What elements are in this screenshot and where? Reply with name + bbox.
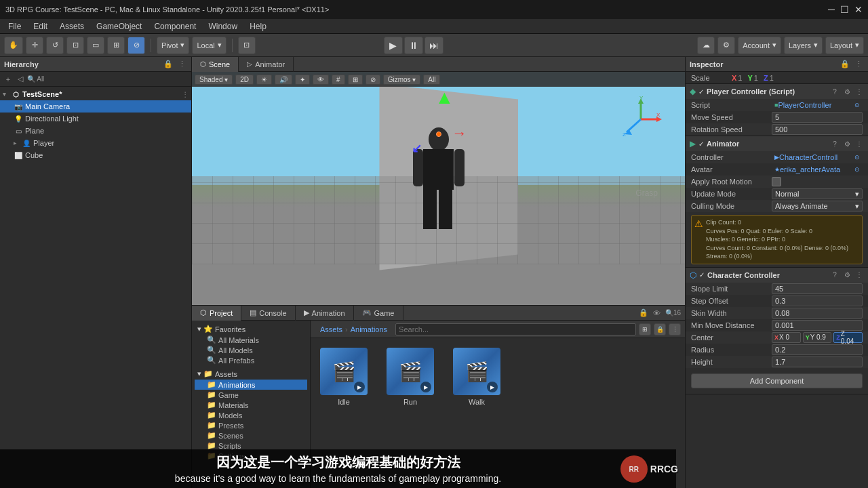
- 2d-button[interactable]: 2D: [235, 75, 254, 85]
- transform-tool[interactable]: ⊞: [107, 37, 125, 54]
- hierarchy-lock[interactable]: 🔒: [163, 59, 174, 70]
- hand-tool[interactable]: ✋: [4, 37, 23, 54]
- step-button[interactable]: ⏭: [425, 37, 443, 54]
- center-z-field[interactable]: Z Z 0.04: [833, 332, 863, 343]
- char-ctrl-enabled[interactable]: ✓: [699, 271, 705, 279]
- presets-folder[interactable]: 📁 Presets: [195, 420, 307, 430]
- char-ctrl-settings-icon[interactable]: ⚙: [842, 270, 852, 280]
- search-filter-btn[interactable]: ⊞: [639, 323, 651, 336]
- audio-button[interactable]: 🔊: [275, 75, 292, 85]
- help-icon[interactable]: ?: [830, 87, 840, 96]
- bottom-eye[interactable]: 👁: [652, 308, 663, 319]
- hierarchy-menu[interactable]: ⋮: [176, 59, 187, 70]
- lighting-button[interactable]: ☀: [256, 75, 272, 85]
- pivot-dropdown[interactable]: Pivot ▾: [157, 37, 189, 54]
- menu-edit[interactable]: Edit: [28, 20, 53, 33]
- bottom-lock[interactable]: 🔒: [638, 308, 649, 319]
- tree-item-player[interactable]: ▸ 👤 Player: [0, 137, 191, 149]
- asset-walk[interactable]: 🎬 ▶ Walk: [450, 345, 503, 409]
- inspector-debug[interactable]: 🔒: [840, 59, 850, 70]
- controller-value[interactable]: ▶ CharacterControll ⊙: [772, 152, 863, 163]
- min-move-distance-value[interactable]: 0.001: [772, 320, 863, 331]
- scene-menu[interactable]: ⋮: [182, 91, 189, 98]
- more-icon[interactable]: ⋮: [854, 87, 864, 96]
- animator-enabled[interactable]: ✓: [698, 140, 704, 148]
- tab-game[interactable]: 🎮 Game: [354, 306, 403, 321]
- apply-root-motion-toggle[interactable]: [772, 177, 781, 186]
- rect-tool[interactable]: ▭: [87, 37, 104, 54]
- snap-icon[interactable]: ⊞: [348, 75, 363, 85]
- script-value[interactable]: ■ PlayerController ⊙: [772, 100, 863, 110]
- move-speed-value[interactable]: 5: [772, 112, 863, 123]
- layers-dropdown[interactable]: Layers ▾: [784, 37, 823, 54]
- tree-item-cube[interactable]: ⬜ Cube: [0, 149, 191, 161]
- shading-dropdown[interactable]: Shaded ▾: [195, 75, 233, 85]
- breadcrumb-animations[interactable]: Animations: [351, 325, 387, 333]
- breadcrumb-assets[interactable]: Assets: [320, 325, 342, 333]
- center-x-field[interactable]: X X 0: [772, 332, 801, 343]
- minimize-button[interactable]: ─: [828, 4, 835, 15]
- all-materials[interactable]: 🔍 All Materials: [195, 335, 307, 345]
- avatar-value[interactable]: ★ erika_archerAvata ⊙: [772, 164, 863, 175]
- more-btn[interactable]: ⋮: [669, 323, 681, 336]
- step-offset-value[interactable]: 0.3: [772, 296, 863, 306]
- animations-folder[interactable]: 📁 Animations: [195, 380, 307, 390]
- menu-assets[interactable]: Assets: [54, 20, 90, 33]
- inspector-menu[interactable]: ⋮: [853, 59, 864, 70]
- services-button[interactable]: ⚙: [717, 37, 735, 54]
- tab-animation[interactable]: ▶ Animation: [296, 306, 354, 321]
- play-button[interactable]: ▶: [384, 37, 403, 54]
- close-button[interactable]: ✕: [854, 4, 863, 15]
- menu-help[interactable]: Help: [244, 20, 272, 33]
- scene-viewport[interactable]: Shaded ▾ 2D ☀ 🔊 ✦ 👁 # ⊞ ⊘ Gizmos ▾ All: [192, 72, 685, 305]
- tab-console[interactable]: ▤ Console: [241, 306, 295, 321]
- all-models[interactable]: 🔍 All Models: [195, 345, 307, 355]
- models-folder[interactable]: 📁 Models: [195, 410, 307, 420]
- menu-gameobject[interactable]: GameObject: [91, 20, 147, 33]
- tab-project[interactable]: ⬡ Project: [192, 306, 241, 321]
- local-dropdown[interactable]: Local ▾: [192, 37, 226, 54]
- rotation-speed-value[interactable]: 500: [772, 124, 863, 135]
- game-folder[interactable]: 📁 Game: [195, 390, 307, 400]
- asset-idle[interactable]: 🎬 ▶ Idle: [317, 345, 370, 409]
- menu-component[interactable]: Component: [149, 20, 201, 33]
- height-value[interactable]: 1.7: [772, 357, 863, 367]
- tab-animator[interactable]: ▷ Animator: [239, 57, 294, 72]
- settings-icon[interactable]: ⚙: [842, 87, 852, 96]
- culling-mode-dropdown[interactable]: Always Animate ▾: [772, 201, 863, 211]
- layout-dropdown[interactable]: Layout ▾: [825, 37, 864, 54]
- maximize-button[interactable]: ☐: [840, 4, 849, 15]
- lock-btn[interactable]: 🔒: [654, 323, 666, 336]
- pause-button[interactable]: ⏸: [404, 37, 423, 54]
- custom-tool[interactable]: ⊘: [127, 37, 145, 54]
- menu-window[interactable]: Window: [203, 20, 243, 33]
- menu-file[interactable]: File: [3, 20, 26, 33]
- gizmos-button[interactable]: Gizmos ▾: [383, 75, 421, 85]
- char-ctrl-more-icon[interactable]: ⋮: [854, 270, 864, 280]
- tree-root[interactable]: ▾ ⬡ TestScene* ⋮: [0, 88, 191, 100]
- hidden-button[interactable]: 👁: [313, 75, 329, 85]
- radius-value[interactable]: 0.2: [772, 344, 863, 355]
- center-y-field[interactable]: Y Y 0.9: [803, 332, 832, 343]
- materials-folder[interactable]: 📁 Materials: [195, 400, 307, 410]
- asset-run[interactable]: 🎬 ▶ Run: [384, 345, 437, 409]
- character-controller-header[interactable]: ⬡ ✓ Character Controller ? ⚙ ⋮: [686, 268, 868, 283]
- animator-more-icon[interactable]: ⋮: [854, 139, 864, 148]
- move-tool[interactable]: ✛: [26, 37, 43, 54]
- tree-item-directional-light[interactable]: 💡 Directional Light: [0, 113, 191, 125]
- hierarchy-add[interactable]: +: [3, 74, 14, 85]
- snap2-icon[interactable]: ⊘: [366, 75, 380, 85]
- player-controller-header[interactable]: ◆ ✓ Player Controller (Script) ? ⚙ ⋮: [686, 84, 868, 99]
- animator-help-icon[interactable]: ?: [830, 139, 840, 148]
- extra-tool-1[interactable]: ⊡: [238, 37, 256, 54]
- assets-header[interactable]: ▾ 📁 Assets: [195, 368, 307, 380]
- update-mode-dropdown[interactable]: Normal ▾: [772, 188, 863, 199]
- effects-button[interactable]: ✦: [295, 75, 310, 85]
- grid-button[interactable]: #: [332, 75, 345, 85]
- all-prefabs[interactable]: 🔍 All Prefabs: [195, 355, 307, 365]
- tab-scene[interactable]: ⬡ Scene: [192, 57, 239, 72]
- enabled-checkbox[interactable]: ✓: [698, 88, 704, 96]
- animator-header[interactable]: ▶ ✓ Animator ? ⚙ ⋮: [686, 136, 868, 151]
- scale-tool[interactable]: ⊡: [66, 37, 84, 54]
- skin-width-value[interactable]: 0.08: [772, 308, 863, 319]
